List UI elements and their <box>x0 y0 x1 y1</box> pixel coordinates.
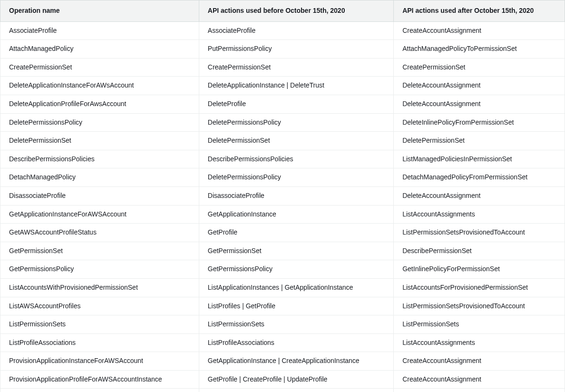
cell-before: ListApplicationInstances | GetApplicatio… <box>199 278 393 297</box>
table-row: CreatePermissionSetCreatePermissionSetCr… <box>0 58 565 77</box>
table-row: DetachManagedPolicyDeletePermissionsPoli… <box>0 168 565 187</box>
cell-operation-name: DisassociateProfile <box>0 186 199 205</box>
cell-operation-name: AssociateProfile <box>0 21 199 40</box>
cell-before: DeletePermissionsPolicy <box>199 113 393 132</box>
cell-operation-name: ProvisionApplicationInstanceForAWSAccoun… <box>0 352 199 371</box>
cell-after: DeleteAccountAssignment <box>394 95 565 113</box>
cell-operation-name: DeletePermissionsPolicy <box>0 113 199 132</box>
cell-operation-name: DeleteApplicationProfileForAwsAccount <box>0 95 199 113</box>
table-row: DeleteApplicationProfileForAwsAccountDel… <box>0 95 565 113</box>
cell-operation-name: ProvisionSAMLProvider <box>0 389 199 392</box>
cell-operation-name: ListAWSAccountProfiles <box>0 297 199 315</box>
cell-before: ListProfileAssociations <box>199 333 393 352</box>
cell-before: GetProfile <box>199 224 393 242</box>
cell-after: DeleteAccountAssignment <box>394 77 565 95</box>
col-header-before: API actions used before October 15th, 20… <box>199 0 393 22</box>
cell-before: DeleteProfile <box>199 95 393 113</box>
table-row: DeletePermissionsPolicyDeletePermissions… <box>0 113 565 132</box>
cell-operation-name: ListPermissionSets <box>0 315 199 334</box>
cell-before: GetPermissionsPolicy <box>199 260 393 279</box>
table-row: GetAWSAccountProfileStatusGetProfileList… <box>0 224 565 242</box>
table-row: DeleteApplicationInstanceForAWsAccountDe… <box>0 77 565 95</box>
cell-operation-name: GetPermissionSet <box>0 242 199 260</box>
cell-operation-name: GetAWSAccountProfileStatus <box>0 224 199 242</box>
cell-before: PutPermissionsPolicy <box>199 40 393 59</box>
cell-after: DeleteInlinePolicyFromPermissionSet <box>394 113 565 132</box>
table-row: AssociateProfileAssociateProfileCreateAc… <box>0 21 565 40</box>
table-row: GetApplicationInstanceForAWSAccountGetAp… <box>0 205 565 224</box>
cell-after: ListAccountsForProvisionedPermissionSet <box>394 278 565 297</box>
col-header-after: API actions used after October 15th, 202… <box>394 0 565 22</box>
cell-operation-name: ListAccountsWithProvisionedPermissionSet <box>0 278 199 297</box>
cell-after: ListPermissionSetsProvisionedToAccount <box>394 224 565 242</box>
table-row: DeletePermissionSetDeletePermissionSetDe… <box>0 132 565 150</box>
table-row: ListPermissionSetsListPermissionSetsList… <box>0 315 565 334</box>
cell-before: GetApplicationInstance <box>199 205 393 224</box>
cell-after: ListAccountAssignments <box>394 205 565 224</box>
table-row: GetPermissionsPolicyGetPermissionsPolicy… <box>0 260 565 279</box>
cell-before: GetPermissionSet <box>199 242 393 260</box>
cell-operation-name: CreatePermissionSet <box>0 58 199 77</box>
cell-operation-name: AttachManagedPolicy <box>0 40 199 59</box>
cell-after: CreateAccountAssignment <box>394 21 565 40</box>
cell-before: ListPermissionSets <box>199 315 393 334</box>
cell-after: DeleteAccountAssignment <box>394 186 565 205</box>
table-row: ListProfileAssociationsListProfileAssoci… <box>0 333 565 352</box>
table-row: ProvisionApplicationInstanceForAWSAccoun… <box>0 352 565 371</box>
cell-after: GetInlinePolicyForPermissionSet <box>394 260 565 279</box>
cell-before: DeleteApplicationInstance | DeleteTrust <box>199 77 393 95</box>
cell-before: DeletePermissionsPolicy <box>199 168 393 187</box>
cell-after: CreateAccountAssignment <box>394 370 565 389</box>
cell-operation-name: DescribePermissionsPolicies <box>0 150 199 168</box>
cell-after: ListManagedPoliciesInPermissionSet <box>394 150 565 168</box>
table-row: DescribePermissionsPoliciesDescribePermi… <box>0 150 565 168</box>
cell-before: CreatePermissionSet <box>199 58 393 77</box>
table-row: AttachManagedPolicyPutPermissionsPolicyA… <box>0 40 565 59</box>
cell-after: AttachManagedPolicyToPermissionSet <box>394 40 565 59</box>
table-row: ListAccountsWithProvisionedPermissionSet… <box>0 278 565 297</box>
cell-after: CreatePermissionSet <box>394 58 565 77</box>
cell-operation-name: DeleteApplicationInstanceForAWsAccount <box>0 77 199 95</box>
cell-operation-name: DeletePermissionSet <box>0 132 199 150</box>
cell-after: CreateAccountAssignment <box>394 352 565 371</box>
cell-after: DescribePermissionSet <box>394 242 565 260</box>
cell-before: AssociateProfile <box>199 21 393 40</box>
table-row: ProvisionSAMLProviderGetTrust | CreateTr… <box>0 389 565 392</box>
api-actions-table: Operation name API actions used before O… <box>0 0 565 392</box>
cell-operation-name: GetPermissionsPolicy <box>0 260 199 279</box>
cell-operation-name: ProvisionApplicationProfileForAWSAccount… <box>0 370 199 389</box>
cell-before: DescribePermissionsPolicies <box>199 150 393 168</box>
cell-operation-name: ListProfileAssociations <box>0 333 199 352</box>
table-header: Operation name API actions used before O… <box>0 0 565 22</box>
cell-operation-name: DetachManagedPolicy <box>0 168 199 187</box>
cell-after: DetachManagedPolicyFromPermissionSet <box>394 168 565 187</box>
cell-after: ListPermissionSetsProvisionedToAccount <box>394 297 565 315</box>
cell-before: DisassociateProfile <box>199 186 393 205</box>
table-body: AssociateProfileAssociateProfileCreateAc… <box>0 21 565 392</box>
cell-before: GetProfile | CreateProfile | UpdateProfi… <box>199 370 393 389</box>
table-row: GetPermissionSetGetPermissionSetDescribe… <box>0 242 565 260</box>
table-row: ListAWSAccountProfilesListProfiles | Get… <box>0 297 565 315</box>
cell-after: ListAccountAssignments <box>394 333 565 352</box>
table-row: DisassociateProfileDisassociateProfileDe… <box>0 186 565 205</box>
cell-before: ListProfiles | GetProfile <box>199 297 393 315</box>
table-row: ProvisionApplicationProfileForAWSAccount… <box>0 370 565 389</box>
cell-after: CreateAccountAssignment <box>394 389 565 392</box>
cell-after: ListPermissionSets <box>394 315 565 334</box>
cell-before: DeletePermissionSet <box>199 132 393 150</box>
cell-before: GetTrust | CreateTrust | UpdateTrust <box>199 389 393 392</box>
col-header-operation-name: Operation name <box>0 0 199 22</box>
cell-before: GetApplicationInstance | CreateApplicati… <box>199 352 393 371</box>
cell-operation-name: GetApplicationInstanceForAWSAccount <box>0 205 199 224</box>
cell-after: DeletePermissionSet <box>394 132 565 150</box>
